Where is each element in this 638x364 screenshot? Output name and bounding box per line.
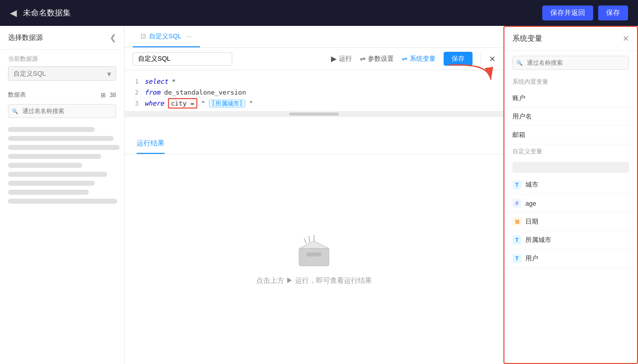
table-item[interactable] bbox=[8, 154, 101, 159]
save-top-button[interactable]: 保存 bbox=[598, 5, 628, 20]
var-item-date[interactable]: ⊞ 日期 bbox=[504, 213, 637, 231]
panel-search-input[interactable] bbox=[512, 56, 629, 70]
sidebar-title: 选择数据源 bbox=[8, 33, 43, 42]
run-button[interactable]: ▶ 运行 bbox=[331, 54, 352, 63]
table-item[interactable] bbox=[8, 172, 107, 177]
separator bbox=[480, 54, 481, 64]
custom-vars-label: 自定义变量 bbox=[504, 144, 637, 159]
var-item-user[interactable]: T 用户 bbox=[504, 249, 637, 268]
tab-bar: ⊡ 自定义SQL ··· bbox=[125, 26, 503, 48]
variable-tag: [所属城市] bbox=[209, 100, 245, 108]
table-item[interactable] bbox=[8, 163, 82, 168]
sidebar-header: 选择数据源 ❮ bbox=[0, 26, 124, 50]
var-item-date-label: 日期 bbox=[525, 217, 538, 226]
var-item-email[interactable]: 邮箱 bbox=[504, 126, 637, 144]
editor-title-input[interactable] bbox=[133, 52, 232, 66]
params-button[interactable]: ⇌ 参数设置 bbox=[360, 54, 394, 63]
editor-close-button[interactable]: ✕ bbox=[489, 54, 495, 64]
svg-line-3 bbox=[304, 239, 307, 243]
var-item-city-label: 城市 bbox=[525, 180, 538, 189]
editor-toolbar: ▶ 运行 ⇌ 参数设置 ⇌ 系统变量 保存 ✕ bbox=[125, 48, 503, 70]
system-vars-panel: 系统变量 ✕ 系统内置变量 账户 用户名 邮箱 自定义变量 T 城市 # age… bbox=[503, 26, 638, 364]
var-item-city[interactable]: T 城市 bbox=[504, 176, 637, 194]
top-bar-right: 保存并返回 保存 bbox=[542, 5, 628, 20]
params-icon: ⇌ bbox=[360, 55, 366, 63]
panel-search-wrap bbox=[512, 56, 629, 70]
tab-more-icon[interactable]: ··· bbox=[186, 32, 192, 40]
panel-header: 系统变量 ✕ bbox=[504, 27, 637, 51]
var-item-user-label: 用户 bbox=[525, 254, 538, 263]
panel-search bbox=[504, 51, 637, 75]
main-container: 选择数据源 ❮ 当前数据源 数据表 ⊞ 38 bbox=[0, 26, 638, 364]
code-line-1: 1 select * bbox=[125, 76, 503, 87]
scrollbar-thumb bbox=[289, 113, 339, 116]
panel-close-button[interactable]: ✕ bbox=[623, 34, 629, 43]
panel-title: 系统变量 bbox=[512, 34, 542, 43]
var-item-belong-city-label: 所属城市 bbox=[525, 236, 551, 244]
code-editor[interactable]: 1 select * 2 from de_standalone_version … bbox=[125, 70, 503, 130]
table-item[interactable] bbox=[8, 181, 95, 186]
type-cal-icon: ⊞ bbox=[512, 217, 521, 226]
table-search-area bbox=[0, 101, 124, 121]
datasource-selector[interactable] bbox=[8, 66, 116, 81]
editor-scrollbar[interactable] bbox=[125, 111, 503, 117]
save-return-button[interactable]: 保存并返回 bbox=[542, 5, 593, 20]
center-content: ⊡ 自定义SQL ··· ▶ 运行 ⇌ 参数设置 ⇌ 系统变量 bbox=[125, 26, 503, 364]
results-empty: 点击上方 ▶ 运行，即可查看运行结果 bbox=[125, 154, 503, 364]
var-item-age-label: age bbox=[525, 200, 536, 207]
type-T-icon-2: T bbox=[512, 236, 521, 244]
type-T-icon-3: T bbox=[512, 254, 521, 263]
table-item[interactable] bbox=[8, 145, 120, 150]
var-item-username[interactable]: 用户名 bbox=[504, 108, 637, 126]
svg-marker-1 bbox=[299, 241, 329, 248]
var-item-belong-city[interactable]: T 所属城市 bbox=[504, 231, 637, 249]
code-line-3: 3 where city = " [所属城市] " bbox=[125, 98, 503, 109]
type-hash-icon: # bbox=[512, 199, 521, 208]
custom-var-blurred bbox=[512, 162, 629, 173]
sysvars-icon: ⇌ bbox=[402, 55, 408, 63]
table-item[interactable] bbox=[8, 136, 114, 141]
table-item[interactable] bbox=[8, 127, 95, 132]
sidebar: 选择数据源 ❮ 当前数据源 数据表 ⊞ 38 bbox=[0, 26, 125, 364]
table-item[interactable] bbox=[8, 190, 89, 195]
highlighted-city: city = bbox=[168, 98, 197, 109]
current-datasource-section: 当前数据源 bbox=[0, 50, 124, 86]
table-search-wrap bbox=[8, 104, 116, 118]
top-bar: ◀ 未命名数据集 保存并返回 保存 bbox=[0, 0, 638, 26]
table-search-input[interactable] bbox=[8, 104, 116, 118]
svg-rect-0 bbox=[299, 248, 329, 266]
table-list bbox=[0, 121, 124, 364]
top-bar-left: ◀ 未命名数据集 bbox=[10, 7, 71, 18]
builtin-vars-label: 系统内置变量 bbox=[504, 75, 637, 89]
results-tab-label[interactable]: 运行结果 bbox=[137, 136, 164, 154]
editor-save-button[interactable]: 保存 bbox=[444, 52, 473, 66]
datasource-input[interactable] bbox=[8, 66, 116, 81]
svg-line-4 bbox=[309, 236, 310, 243]
empty-hint-text: 点击上方 ▶ 运行，即可查看运行结果 bbox=[256, 276, 372, 285]
back-button[interactable]: ◀ bbox=[10, 7, 17, 18]
code-line-2: 2 from de_standalone_version bbox=[125, 87, 503, 98]
svg-rect-2 bbox=[307, 252, 321, 256]
empty-box-icon bbox=[292, 234, 336, 268]
results-tab: 运行结果 bbox=[125, 130, 503, 154]
tab-custom-sql-label: 自定义SQL bbox=[149, 32, 181, 41]
sysvars-button[interactable]: ⇌ 系统变量 bbox=[402, 54, 436, 63]
results-area: 运行结果 点击上方 ▶ 运行，即可查看运行结果 bbox=[125, 130, 503, 364]
run-icon: ▶ bbox=[331, 54, 337, 63]
tables-section-label: 数据表 ⊞ 38 bbox=[0, 86, 124, 101]
collapse-button[interactable]: ❮ bbox=[110, 33, 116, 42]
tab-custom-sql[interactable]: ⊡ 自定义SQL ··· bbox=[133, 26, 200, 47]
table-item[interactable] bbox=[8, 199, 117, 204]
var-item-age[interactable]: # age bbox=[504, 194, 637, 213]
current-datasource-label: 当前数据源 bbox=[8, 55, 116, 63]
editor-actions: ▶ 运行 ⇌ 参数设置 ⇌ 系统变量 保存 ✕ bbox=[331, 52, 495, 66]
page-title: 未命名数据集 bbox=[23, 8, 71, 18]
var-item-account[interactable]: 账户 bbox=[504, 89, 637, 108]
type-T-icon: T bbox=[512, 180, 521, 189]
